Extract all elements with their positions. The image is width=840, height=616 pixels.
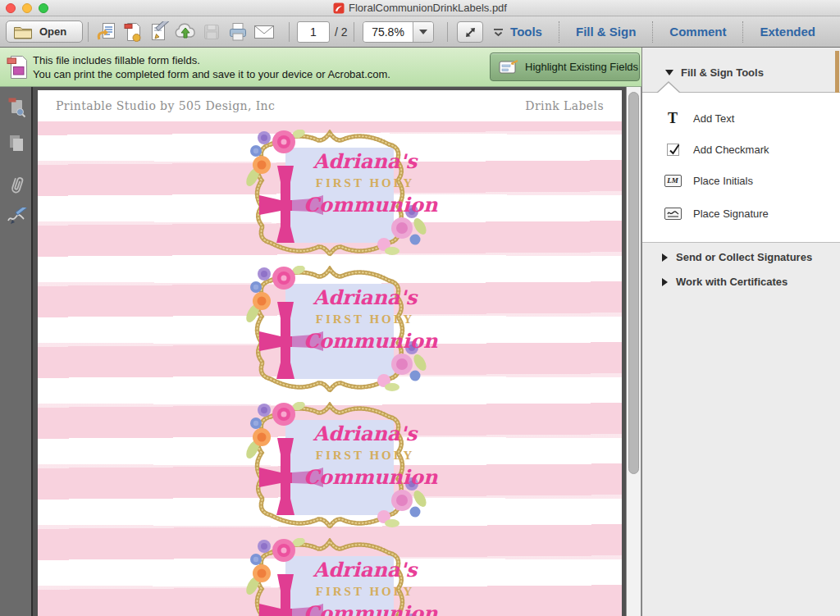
panel-collapsed-sections: Send or Collect Signatures Work with Cer…	[642, 242, 840, 616]
label-name: Adriana's	[304, 149, 427, 173]
edit-sign-button[interactable]	[147, 21, 171, 43]
minimize-button[interactable]	[22, 3, 32, 13]
signature-icon	[664, 208, 682, 220]
navigation-sidebar	[0, 87, 33, 616]
label-line3: Communion	[304, 465, 427, 489]
pages-icon	[7, 134, 25, 153]
window-title-wrap: FloralCommunionDrinkLabels.pdf	[333, 2, 507, 14]
toolbar-separator	[88, 22, 89, 42]
share-document-icon	[96, 21, 117, 43]
save-icon	[202, 22, 221, 42]
pdf-header-right: Drink Labels	[525, 99, 604, 112]
label-line2: FIRST HOLY	[304, 445, 427, 465]
toolbar-separator	[289, 22, 290, 42]
toolbar-separator	[447, 22, 448, 42]
expand-arrow-icon	[662, 278, 668, 286]
acrobat-window: FloralCommunionDrinkLabels.pdf Open	[0, 0, 840, 616]
place-signature-label: Place Signature	[693, 208, 769, 220]
tab-extended[interactable]: Extended	[743, 25, 832, 39]
toolbar-separator	[354, 22, 354, 42]
add-checkmark-label: Add Checkmark	[693, 144, 769, 156]
work-with-certificates-section[interactable]: Work with Certificates	[662, 276, 788, 288]
tab-comment[interactable]: Comment	[653, 25, 742, 39]
work-with-certificates-label: Work with Certificates	[676, 276, 788, 288]
drink-label: Adriana's FIRST HOLY Communion	[231, 266, 428, 395]
place-initials-tool[interactable]: LM Place Initials	[642, 165, 840, 196]
highlight-existing-fields-button[interactable]: Highlight Existing Fields	[490, 52, 640, 81]
traffic-lights	[6, 3, 48, 13]
add-checkmark-tool[interactable]: Add Checkmark	[642, 134, 840, 165]
scrollbar-thumb[interactable]	[628, 92, 639, 474]
signature-pen-icon	[6, 208, 27, 227]
notice-text: This file includes fillable form fields.…	[33, 53, 390, 81]
label-text: Adriana's FIRST HOLY Communion	[304, 422, 427, 489]
page-total-label: / 2	[335, 21, 348, 43]
label-line3: Communion	[304, 601, 427, 616]
pdf-header-left: Printable Studio by 505 Design, Inc	[56, 99, 275, 112]
tab-tools[interactable]: Tools	[494, 25, 559, 39]
print-button[interactable]	[226, 21, 250, 43]
place-signature-tool[interactable]: Place Signature	[642, 198, 840, 229]
page-thumbnails-icon	[7, 97, 26, 118]
send-or-collect-signatures-section[interactable]: Send or Collect Signatures	[662, 251, 812, 263]
form-fields-notice-bar: This file includes fillable form fields.…	[0, 48, 642, 87]
tab-fill-and-sign[interactable]: Fill & Sign	[559, 25, 652, 39]
fill-and-sign-panel: Fill & Sign Tools T Add Text Add Checkma…	[641, 48, 840, 616]
save-button[interactable]	[199, 21, 224, 43]
label-text: Adriana's FIRST HOLY Communion	[304, 285, 427, 353]
pdf-page: Printable Studio by 505 Design, Inc Drin…	[38, 90, 622, 616]
panel-header-label: Fill & Sign Tools	[681, 66, 764, 79]
zoom-control: 75.8%	[363, 21, 434, 43]
pages-button[interactable]	[6, 133, 27, 154]
pdf-file-icon	[333, 2, 345, 14]
share-document-button[interactable]	[94, 21, 119, 43]
page-number-input[interactable]: 1	[297, 21, 330, 43]
highlight-button-label: Highlight Existing Fields	[525, 61, 638, 73]
form-document-icon	[7, 55, 29, 80]
label-line2: FIRST HOLY	[304, 173, 427, 193]
titlebar: FloralCommunionDrinkLabels.pdf	[0, 0, 840, 16]
signatures-button[interactable]	[6, 207, 27, 228]
toolbar-tabs: Tools Fill & Sign Comment Extended	[494, 16, 832, 47]
notice-line2: You can print the completed form and sav…	[33, 67, 390, 81]
open-button-label: Open	[39, 25, 66, 38]
zoom-level-input[interactable]: 75.8%	[363, 22, 413, 42]
print-icon	[227, 21, 249, 43]
add-text-tool[interactable]: T Add Text	[642, 103, 840, 134]
label-name: Adriana's	[304, 422, 427, 445]
form-document-button[interactable]	[121, 21, 145, 43]
add-text-icon: T	[668, 110, 678, 127]
email-button[interactable]	[252, 21, 276, 43]
attachments-button[interactable]	[6, 176, 27, 197]
expand-view-button[interactable]	[457, 21, 483, 43]
cloud-upload-button[interactable]	[173, 21, 198, 43]
close-button[interactable]	[6, 3, 16, 13]
main-toolbar: Open	[0, 16, 840, 48]
pink-stripes-background: Adriana's FIRST HOLY Communion Adriana's…	[38, 121, 622, 616]
initials-icon: LM	[664, 175, 682, 187]
drink-label: Adriana's FIRST HOLY Communion	[231, 130, 428, 259]
window-title: FloralCommunionDrinkLabels.pdf	[349, 2, 507, 14]
panel-tools-group: T Add Text Add Checkmark LM	[642, 93, 840, 242]
checkmark-icon	[667, 144, 679, 156]
panel-notch	[657, 83, 680, 94]
label-text: Adriana's FIRST HOLY Communion	[304, 149, 427, 217]
document-viewport[interactable]: Printable Studio by 505 Design, Inc Drin…	[33, 87, 626, 616]
form-document-icon	[122, 21, 144, 43]
email-icon	[253, 23, 276, 41]
open-button[interactable]: Open	[6, 21, 83, 43]
expand-arrow-icon	[662, 253, 668, 262]
label-name: Adriana's	[304, 285, 427, 309]
page-thumbnails-button[interactable]	[6, 97, 27, 118]
document-scrollbar[interactable]	[626, 87, 641, 616]
zoom-window-button[interactable]	[39, 3, 48, 13]
drink-label: Adriana's FIRST HOLY Communion	[231, 402, 428, 532]
label-text: Adriana's FIRST HOLY Communion	[304, 558, 427, 616]
add-text-label: Add Text	[693, 112, 734, 125]
zoom-dropdown-button[interactable]	[413, 22, 433, 42]
collapse-arrow-icon	[665, 70, 673, 75]
drink-label: Adriana's FIRST HOLY Communion	[231, 538, 428, 616]
expand-view-icon	[464, 26, 477, 39]
edit-sign-icon	[148, 21, 170, 43]
notice-line1: This file includes fillable form fields.	[33, 53, 390, 67]
